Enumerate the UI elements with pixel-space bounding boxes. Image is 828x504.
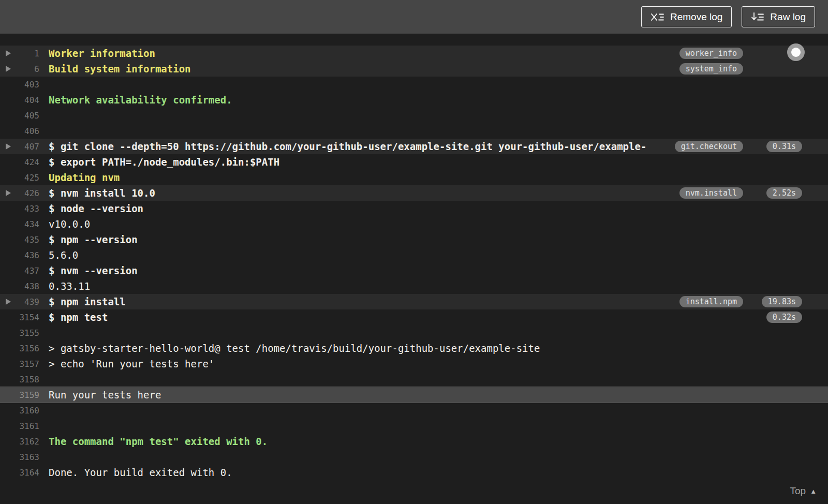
remove-log-button[interactable]: Remove log	[641, 6, 732, 27]
line-text: Worker information	[49, 48, 155, 59]
log-line: 403	[0, 77, 828, 92]
fold-toggle-icon[interactable]	[6, 143, 11, 150]
fold-name-badge: system_info	[679, 63, 743, 75]
caret-up-icon: ▲	[810, 487, 817, 495]
log-line: 407 $ git clone --depth=50 https://githu…	[0, 139, 828, 154]
duration-badge: 0.32s	[766, 312, 802, 323]
line-number[interactable]: 434	[0, 219, 39, 229]
line-text: Done. Your build exited with 0.	[49, 467, 232, 478]
line-number[interactable]: 3164	[0, 468, 39, 478]
log-line: 3159 Run your tests here	[0, 387, 828, 403]
duration-badge: 19.83s	[762, 296, 802, 307]
log-line: 3156 > gatsby-starter-hello-world@ test …	[0, 340, 828, 356]
line-text: Run your tests here	[49, 389, 161, 401]
log-line: 3163	[0, 449, 828, 465]
fold-name-badge: git.checkout	[675, 141, 743, 152]
fold-toggle-icon[interactable]	[6, 190, 11, 196]
log-line: 426 $ nvm install 10.0 nvm.install2.52s	[0, 185, 828, 201]
log-line: 1 Worker information worker_info	[0, 46, 828, 61]
log-line: 438 0.33.11	[0, 278, 828, 294]
fold-name-badge: nvm.install	[679, 187, 743, 199]
log-toolbar: Remove log Raw log	[0, 0, 828, 34]
line-number[interactable]: 3161	[0, 421, 39, 431]
line-number[interactable]: 3159	[0, 390, 39, 400]
line-number[interactable]: 3162	[0, 437, 39, 447]
log-lines: 1 Worker information worker_info 6 Build…	[0, 46, 828, 480]
scroll-indicator-dot	[791, 48, 801, 57]
line-number[interactable]: 435	[0, 235, 39, 245]
line-number[interactable]: 405	[0, 111, 39, 121]
duration-badge: 2.52s	[766, 187, 802, 199]
line-number[interactable]: 3160	[0, 406, 39, 416]
log-line: 437 $ nvm --version	[0, 263, 828, 278]
log-line: 3160	[0, 403, 828, 418]
fold-toggle-icon[interactable]	[6, 50, 11, 56]
line-text: $ nvm install 10.0	[49, 187, 155, 199]
line-text: 5.6.0	[49, 249, 78, 261]
log-line: 3154 $ npm test 0.32s	[0, 309, 828, 325]
log-line: 3161	[0, 418, 828, 434]
line-text: $ npm install	[49, 296, 126, 307]
log-line: 433 $ node --version	[0, 201, 828, 216]
line-number[interactable]: 3157	[0, 359, 39, 369]
log-line: 425 Updating nvm	[0, 170, 828, 185]
line-text: Network availability confirmed.	[49, 94, 232, 106]
line-text: $ git clone --depth=50 https://github.co…	[49, 141, 646, 152]
line-number[interactable]: 3158	[0, 375, 39, 384]
line-text: v10.0.0	[49, 218, 90, 230]
raw-log-button[interactable]: Raw log	[742, 6, 815, 27]
line-number[interactable]: 3155	[0, 328, 39, 338]
line-number[interactable]: 406	[0, 126, 39, 136]
log-line: 434 v10.0.0	[0, 216, 828, 232]
scroll-indicator[interactable]	[787, 43, 805, 61]
line-number[interactable]: 425	[0, 173, 39, 183]
line-text: $ export PATH=./node_modules/.bin:$PATH	[49, 156, 279, 168]
line-text: $ node --version	[49, 203, 143, 214]
fold-name-badge: install.npm	[679, 296, 743, 307]
line-text: Build system information	[49, 63, 191, 75]
log-line: 439 $ npm install install.npm19.83s	[0, 294, 828, 309]
line-number[interactable]: 436	[0, 250, 39, 260]
line-number[interactable]: 438	[0, 281, 39, 291]
line-number[interactable]: 404	[0, 95, 39, 105]
raw-log-icon	[751, 12, 764, 22]
line-number[interactable]: 424	[0, 157, 39, 167]
line-number[interactable]: 3163	[0, 452, 39, 462]
line-number[interactable]: 3156	[0, 344, 39, 353]
log-line: 404 Network availability confirmed.	[0, 92, 828, 108]
fold-name-badge: worker_info	[679, 48, 743, 59]
line-text: > gatsby-starter-hello-world@ test /home…	[49, 343, 540, 354]
remove-log-label: Remove log	[670, 11, 722, 23]
build-log: 1 Worker information worker_info 6 Build…	[0, 34, 828, 504]
line-text: 0.33.11	[49, 280, 90, 292]
log-line: 436 5.6.0	[0, 247, 828, 263]
line-text: The command "npm test" exited with 0.	[49, 436, 268, 447]
duration-badge: 0.31s	[766, 141, 802, 152]
log-line: 3158	[0, 372, 828, 387]
line-text: $ npm test	[49, 312, 108, 323]
line-number[interactable]: 433	[0, 204, 39, 214]
line-text: $ npm --version	[49, 234, 138, 245]
remove-log-icon	[650, 12, 664, 22]
fold-toggle-icon[interactable]	[6, 66, 11, 72]
line-text: $ nvm --version	[49, 265, 138, 276]
log-line: 3164 Done. Your build exited with 0.	[0, 465, 828, 480]
top-link-label: Top	[790, 485, 806, 497]
log-line: 406	[0, 123, 828, 139]
line-text: Updating nvm	[49, 172, 120, 183]
log-line: 405	[0, 108, 828, 123]
line-number[interactable]: 403	[0, 80, 39, 90]
log-line: 435 $ npm --version	[0, 232, 828, 247]
raw-log-label: Raw log	[770, 11, 806, 23]
log-line: 3157 > echo 'Run your tests here'	[0, 356, 828, 372]
fold-toggle-icon[interactable]	[6, 299, 11, 305]
log-line: 6 Build system information system_info	[0, 61, 828, 77]
log-line: 3162 The command "npm test" exited with …	[0, 434, 828, 449]
line-text: > echo 'Run your tests here'	[49, 358, 214, 369]
log-line: 424 $ export PATH=./node_modules/.bin:$P…	[0, 154, 828, 170]
line-number[interactable]: 3154	[0, 313, 39, 322]
line-number[interactable]: 437	[0, 266, 39, 276]
log-line: 3155	[0, 325, 828, 340]
scroll-to-top-link[interactable]: Top ▲	[790, 485, 817, 497]
